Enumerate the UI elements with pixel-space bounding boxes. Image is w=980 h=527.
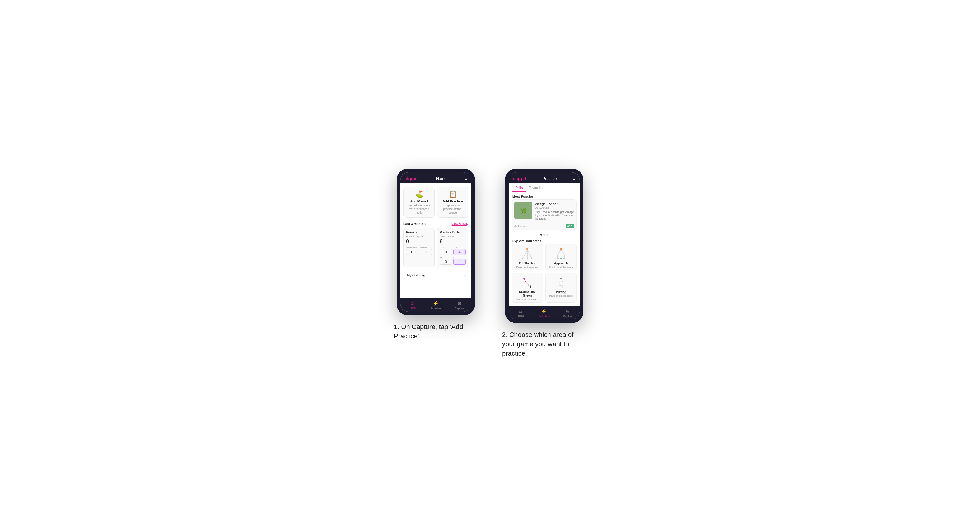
drill-thumbnail: 🌿 <box>514 202 533 219</box>
dot-1 <box>540 234 542 235</box>
capture-nav-label-1: Capture <box>455 307 465 310</box>
atg-desc: Hone your short game <box>515 298 539 300</box>
phone2: clippd Practice ≡ Drills Favourites Most… <box>505 169 583 323</box>
svg-point-11 <box>523 278 525 279</box>
skill-approach[interactable]: Approach Dial-in to hit the green <box>546 244 577 270</box>
stats-grid: Rounds Rounds Capture 0 Tournament 0 Pra… <box>400 227 471 270</box>
practice-rounds-label: Practice <box>420 247 432 249</box>
stats-period-label: Last 3 Months <box>403 222 426 225</box>
putt-value: 4 <box>453 259 466 265</box>
phone2-screen: clippd Practice ≡ Drills Favourites Most… <box>509 172 580 319</box>
drill-shots: ◷ 9 shots <box>514 225 527 228</box>
drill-footer: ◷ 9 shots APP <box>512 223 576 230</box>
app-value: 4 <box>453 249 466 255</box>
nav-capture-2[interactable]: ⊕ Capture <box>556 306 580 319</box>
phone2-header-title: Practice <box>542 176 557 181</box>
practice-tabs: Drills Favourites <box>509 184 580 192</box>
phone2-header: clippd Practice ≡ <box>509 172 580 184</box>
skill-putting[interactable]: Putting Make and lag practice <box>546 273 577 303</box>
add-round-card[interactable]: ⛳ Add Round Record your shots fast or en… <box>403 187 434 218</box>
activities-nav-icon-2: ⚡ <box>541 308 547 314</box>
drill-yards: 50–100 yds <box>535 206 574 210</box>
practice-drills-title: Practice Drills <box>440 231 466 234</box>
phone2-hamburger-icon[interactable]: ≡ <box>573 176 576 181</box>
nav-home-1[interactable]: ⌂ Home <box>400 298 424 312</box>
phone2-content: Drills Favourites Most Popular 🌿 Wedge L… <box>509 184 580 306</box>
drill-desc: Play 1 shot at each target yardage if yo… <box>535 211 574 221</box>
add-round-title: Add Round <box>410 199 428 203</box>
practice-rounds-value: 0 <box>420 249 432 255</box>
rounds-value: 0 <box>406 238 432 245</box>
practice-row-1: OTT 0 APP 4 <box>440 247 466 255</box>
skill-atg[interactable]: Around The Green Hone your short game <box>512 273 543 303</box>
activities-nav-icon-1: ⚡ <box>433 300 439 306</box>
add-practice-card[interactable]: 📋 Add Practice Capture your practice off… <box>437 187 468 218</box>
svg-line-1 <box>523 250 527 259</box>
chevron-right-icon: › <box>463 273 465 277</box>
featured-card-content: 🌿 Wedge Ladder ☆ 50–100 yds Play 1 shot … <box>512 200 576 223</box>
svg-line-3 <box>527 250 532 259</box>
putt-label: PUTT <box>453 256 466 259</box>
dot-3 <box>546 234 548 235</box>
tab-favourites[interactable]: Favourites <box>525 184 547 192</box>
svg-point-0 <box>527 248 528 250</box>
skill-ott[interactable]: Off The Tee Power and accuracy <box>512 244 543 270</box>
rounds-col: Rounds Rounds Capture 0 Tournament 0 Pra… <box>403 228 434 267</box>
home-nav-icon-1: ⌂ <box>411 300 414 306</box>
svg-point-16 <box>560 278 562 279</box>
tournament-stat: Tournament 0 <box>406 247 418 255</box>
practice-row-2: ARG 0 PUTT 4 <box>440 256 466 265</box>
golf-bag-label: My Golf Bag <box>407 273 425 277</box>
caption-1: 1. On Capture, tap 'Add Practice'. <box>394 322 478 341</box>
putting-desc: Make and lag practice <box>549 294 573 297</box>
ott-value: 0 <box>440 249 452 255</box>
phone1-content: ⛳ Add Round Record your shots fast or en… <box>400 184 471 298</box>
arg-label: ARG <box>440 256 452 259</box>
ott-title: Off The Tee <box>519 262 535 265</box>
practice-stat: Practice 0 <box>420 247 432 255</box>
svg-point-9 <box>563 258 565 259</box>
phone2-bottom-nav: ⌂ Home ⚡ Activities ⊕ Capture <box>509 306 580 319</box>
nav-capture-1[interactable]: ⊕ Capture <box>447 298 471 312</box>
phone2-section: clippd Practice ≡ Drills Favourites Most… <box>502 169 586 358</box>
view-activity-link[interactable]: View Activity <box>452 222 468 225</box>
atg-title: Around The Green <box>514 290 540 297</box>
arg-value: 0 <box>440 259 452 265</box>
add-practice-icon: 📋 <box>449 190 457 198</box>
tournament-value: 0 <box>406 249 418 255</box>
approach-diagram <box>554 247 568 260</box>
nav-activities-2[interactable]: ⚡ Activities <box>533 306 556 319</box>
app-label: APP <box>453 247 466 249</box>
capture-nav-icon-1: ⊕ <box>458 300 461 306</box>
drill-badge: APP <box>566 224 574 228</box>
svg-point-15 <box>560 286 562 288</box>
tab-drills[interactable]: Drills <box>512 184 525 192</box>
explore-title: Explore skill areas <box>509 237 580 244</box>
svg-point-6 <box>531 258 533 259</box>
featured-drill-card[interactable]: 🌿 Wedge Ladder ☆ 50–100 yds Play 1 shot … <box>512 199 577 230</box>
phone1-screen: clippd Home ≡ ⛳ Add Round Record your sh… <box>400 172 471 312</box>
golf-bag-row[interactable]: My Golf Bag › <box>403 270 468 280</box>
rounds-capture-label: Rounds Capture <box>406 235 432 238</box>
star-icon[interactable]: ☆ <box>571 202 574 206</box>
add-practice-desc: Capture your practice off-the-course <box>440 204 466 214</box>
ott-stat: OTT 0 <box>440 247 452 255</box>
nav-activities-1[interactable]: ⚡ Activities <box>424 298 448 312</box>
clock-icon: ◷ <box>514 225 517 228</box>
svg-point-10 <box>560 258 562 259</box>
home-nav-label-2: Home <box>517 314 524 317</box>
nav-home-2[interactable]: ⌂ Home <box>509 306 533 319</box>
tournament-label: Tournament <box>406 247 418 249</box>
approach-desc: Dial-in to hit the green <box>549 266 573 268</box>
phone1-hamburger-icon[interactable]: ≡ <box>465 176 467 181</box>
ott-desc: Power and accuracy <box>517 266 538 268</box>
svg-point-8 <box>557 258 558 259</box>
most-popular-title: Most Popular <box>509 192 580 199</box>
activities-nav-label-1: Activities <box>430 307 441 310</box>
phone1-header: clippd Home ≡ <box>400 172 471 184</box>
atg-diagram <box>520 276 535 289</box>
phone1-logo: clippd <box>404 176 418 181</box>
svg-point-4 <box>522 258 523 259</box>
putting-diagram <box>554 276 568 289</box>
phone1-section: clippd Home ≡ ⛳ Add Round Record your sh… <box>394 169 478 341</box>
